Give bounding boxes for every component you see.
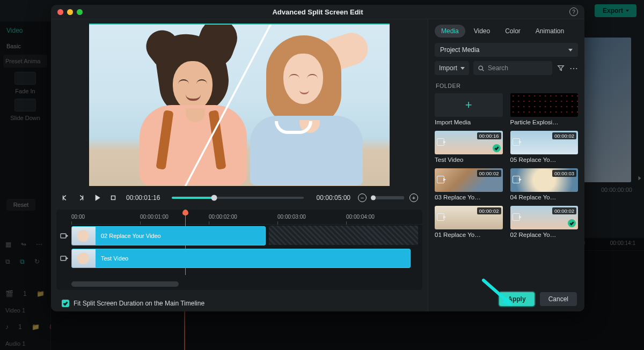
clip[interactable]: Test Video <box>71 249 411 268</box>
export-button: Export <box>595 4 636 17</box>
apply-button[interactable]: Apply <box>499 292 534 306</box>
window-controls[interactable] <box>57 9 83 15</box>
media-card[interactable]: 00:00:02 02 Replace Yo… <box>510 206 579 238</box>
track-icon[interactable] <box>60 254 68 263</box>
video-icon <box>513 213 520 221</box>
track-icon[interactable] <box>60 232 68 240</box>
fit-duration-row: Fit Split Screen Duration on the Main Ti… <box>56 294 421 307</box>
timeline-panel: 00:00 00:00:01:00 00:00:02:00 00:00:03:0… <box>56 210 422 290</box>
media-grid: + Import Media Particle Explosi… 00:00:1… <box>435 93 578 238</box>
next-frame-button[interactable] <box>77 193 85 202</box>
help-icon[interactable]: ? <box>569 8 578 16</box>
media-card[interactable]: 00:00:02 01 Replace Yo… <box>435 206 503 238</box>
progress-bar[interactable] <box>172 197 303 199</box>
video-preview[interactable] <box>89 24 390 186</box>
checked-icon <box>493 144 501 152</box>
zoom-out-button[interactable]: − <box>358 193 367 202</box>
clip-label: Test Video <box>96 255 128 262</box>
search-input[interactable]: Search <box>473 61 552 75</box>
zoom-controls: − + <box>358 193 418 202</box>
fit-duration-label: Fit Split Screen Duration on the Main Ti… <box>74 300 204 307</box>
clip-label: 02 Replace Your Video <box>96 233 161 239</box>
clip[interactable]: 02 Replace Your Video <box>71 226 266 245</box>
timeline-scrollbar[interactable] <box>71 281 179 287</box>
project-media-select[interactable]: Project Media <box>435 43 578 57</box>
checked-icon <box>568 219 576 227</box>
more-icon[interactable]: ⋯ <box>569 63 578 73</box>
svg-rect-1 <box>61 234 66 238</box>
bg-right-tab <box>635 166 644 190</box>
filter-icon[interactable] <box>557 64 565 72</box>
minimize-icon[interactable] <box>67 9 73 15</box>
tab-media[interactable]: Media <box>435 25 465 38</box>
play-button[interactable] <box>93 193 101 202</box>
svg-rect-2 <box>61 256 66 260</box>
import-button[interactable]: Import <box>435 61 469 75</box>
bg-tab-video: Video <box>0 21 50 40</box>
plus-icon: + <box>465 98 472 112</box>
folder-heading: FOLDER <box>436 83 578 89</box>
stop-button[interactable] <box>109 193 118 202</box>
fullscreen-icon[interactable] <box>77 9 83 15</box>
split-screen-modal: Advanced Split Screen Edit ? <box>51 5 584 311</box>
svg-rect-0 <box>112 196 115 200</box>
media-card[interactable]: 00:00:02 03 Replace Yo… <box>435 168 503 200</box>
video-icon <box>513 176 520 183</box>
media-tabs: Media Video Color Animation <box>435 25 578 38</box>
media-card-import[interactable]: + Import Media <box>435 93 503 125</box>
media-card[interactable]: Particle Explosi… <box>510 93 579 125</box>
modal-actions: Apply Cancel <box>499 292 577 306</box>
chevron-down-icon <box>568 49 573 51</box>
media-panel: Media Video Color Animation Project Medi… <box>428 19 584 311</box>
bg-reset: Reset <box>6 199 35 211</box>
tab-animation[interactable]: Animation <box>529 25 570 38</box>
timeline-empty-region <box>269 226 418 245</box>
search-icon <box>478 65 485 72</box>
bg-left-panel: Video Basic Preset Anima Fade In Slide D… <box>0 21 51 350</box>
video-icon <box>437 213 444 221</box>
media-card[interactable]: 00:00:16 Test Video <box>435 131 503 163</box>
video-icon <box>437 138 444 146</box>
cancel-button[interactable]: Cancel <box>540 292 577 306</box>
prev-frame-button[interactable] <box>61 193 69 202</box>
timeline-track: Test Video <box>56 247 422 270</box>
video-icon <box>513 138 520 146</box>
titlebar: Advanced Split Screen Edit ? <box>51 5 584 19</box>
svg-point-3 <box>479 66 482 70</box>
chevron-down-icon <box>460 67 465 70</box>
fit-duration-checkbox[interactable] <box>62 300 69 307</box>
duration: 00:00:05:00 <box>317 194 350 202</box>
tab-video[interactable]: Video <box>467 25 496 38</box>
media-card[interactable]: 00:00:03 04 Replace Yo… <box>510 168 579 200</box>
video-icon <box>437 176 444 183</box>
close-icon[interactable] <box>57 9 63 15</box>
playhead[interactable] <box>185 210 186 275</box>
tab-color[interactable]: Color <box>499 25 527 38</box>
zoom-slider[interactable] <box>372 196 404 199</box>
modal-title: Advanced Split Screen Edit <box>51 8 584 16</box>
preview-pane: 00:00:01:16 00:00:05:00 − + 00:00 00:00:… <box>51 19 428 311</box>
media-card[interactable]: 00:00:02 05 Replace Yo… <box>510 131 579 163</box>
transport-bar: 00:00:01:16 00:00:05:00 − + <box>56 190 422 205</box>
timeline-ruler[interactable]: 00:00 00:00:01:00 00:00:02:00 00:00:03:0… <box>71 213 422 225</box>
search-placeholder: Search <box>488 64 508 72</box>
current-time: 00:00:01:16 <box>126 194 160 202</box>
zoom-in-button[interactable]: + <box>409 193 418 202</box>
